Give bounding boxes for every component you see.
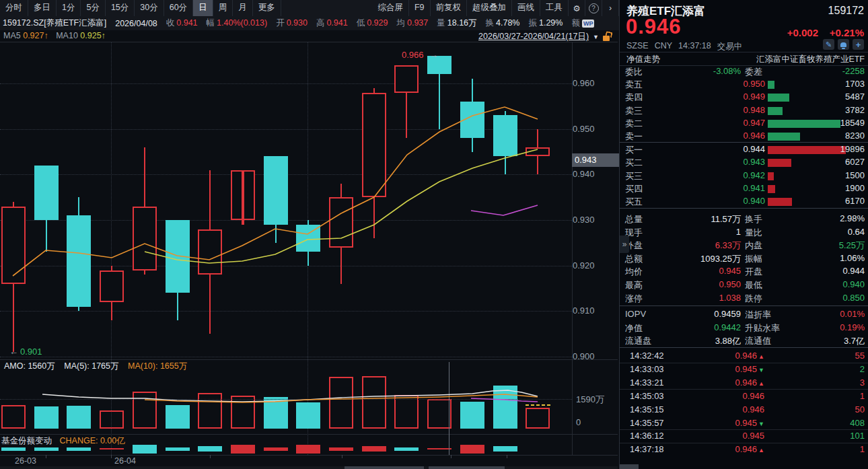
x-axis-tick [46,455,46,458]
tool-工具[interactable]: 工具 [540,0,569,16]
book-price[interactable]: 0.943 [743,157,765,167]
book-price[interactable]: 0.942 [743,170,765,180]
field-均: 均0.937 [396,17,428,29]
stat-label: 溢折率 [745,309,771,321]
book-row-买二: 买二0.9436027 [620,156,868,169]
candle-body[interactable] [296,225,320,252]
volume-bar[interactable] [133,392,157,429]
candle-body[interactable] [198,229,222,275]
tick-row[interactable]: 14:35:150.94650 [620,403,868,417]
tick-row[interactable]: 14:35:570.945▼408 [620,417,868,430]
period-tab-5分[interactable]: 5分 [81,0,105,16]
tick-row[interactable]: 14:33:210.946▲3 [620,376,868,390]
candle-body[interactable] [493,115,517,156]
nav-row: 净值走势 汇添富中证畜牧养殖产业ETF [620,52,868,66]
period-tab-15分[interactable]: 15分 [106,0,135,16]
tool-画线[interactable]: 画线 [512,0,540,16]
candle-body[interactable] [264,156,288,225]
candle-body[interactable] [329,197,353,248]
volume-bar[interactable] [427,399,451,429]
book-price[interactable]: 0.940 [743,196,765,206]
tick-row[interactable]: 14:37:180.946▲1 [620,443,868,456]
period-tab-月[interactable]: 月 [233,0,253,16]
candle-body[interactable] [166,220,190,293]
tick-row[interactable]: 14:36:120.945101 [620,429,868,443]
volume-bar[interactable] [166,405,190,429]
volume-bar[interactable] [362,376,386,429]
scrollbar-track[interactable] [0,466,618,469]
book-price[interactable]: 0.944 [743,144,765,154]
tool-综合屏[interactable]: 综合屏 [372,0,409,16]
period-tab-60分[interactable]: 60分 [164,0,193,16]
volume-bar[interactable] [100,410,124,429]
scrollbar-thumb[interactable] [429,466,505,469]
unlock-icon[interactable] [603,36,610,41]
period-tab-更多[interactable]: 更多 [253,0,281,16]
book-price[interactable]: 0.948 [743,105,765,115]
chevron-down-icon[interactable]: ▼ [593,34,599,40]
volume-bar[interactable] [526,408,550,429]
candle-body[interactable] [526,147,550,156]
alert-button[interactable] [838,39,849,50]
book-depth-bar [768,198,792,206]
stat-value: 0.850 [842,293,865,303]
volume-bar[interactable] [198,393,222,429]
volume-bar[interactable] [1,405,26,429]
panel-collapse-handle[interactable]: » [620,236,629,253]
tick-time: 14:35:15 [630,404,664,414]
volume-axis-zero: 0 [576,417,581,427]
field-amount: 额WP [571,17,594,29]
date-range-text[interactable]: 2026/03/27-2026/04/21(17日) [478,31,589,42]
book-volume: 6170 [845,196,865,206]
tick-row[interactable]: 14:35:030.9461 [620,390,868,403]
y-tick-0.910: 0.910 [573,305,595,316]
candle-body[interactable] [133,207,157,270]
volume-bar[interactable] [264,397,288,429]
tool-前复权[interactable]: 前复权 [431,0,468,16]
book-price[interactable]: 0.947 [743,118,765,128]
volume-bar[interactable] [34,406,59,429]
help-icon[interactable]: ? [585,0,602,16]
volume-bar[interactable] [67,406,91,429]
volume-bar[interactable] [493,386,517,429]
gear-icon[interactable]: ⚙ [569,0,585,16]
book-divider [620,208,868,209]
scrollbar-thumb[interactable] [345,466,424,469]
tool-超级叠加[interactable]: 超级叠加 [467,0,512,16]
fund-share-bar [1,447,26,451]
volume-gridline [0,399,572,400]
period-tab-分时[interactable]: 分时 [0,0,28,16]
book-price[interactable]: 0.946 [743,131,765,141]
volume-bar[interactable] [329,377,353,429]
more-tools-icon[interactable]: › [602,0,619,16]
tick-row[interactable]: 14:33:030.945▼2 [620,363,868,376]
stat-value: 0.944 [842,266,865,276]
volume-bar[interactable] [460,402,484,429]
volume-bar[interactable] [231,396,255,429]
candle-body[interactable] [1,207,26,284]
tick-row[interactable]: 14:32:420.946▲55 [620,349,868,363]
candle-body[interactable] [34,166,59,220]
edit-button[interactable]: ✎ [823,39,834,50]
book-price[interactable]: 0.950 [743,79,765,89]
candle-body[interactable] [460,102,484,138]
period-tab-1分[interactable]: 1分 [57,0,81,16]
candle-body[interactable] [67,215,91,307]
volume-bar[interactable] [394,395,419,429]
period-tab-日[interactable]: 日 [193,0,213,16]
book-price[interactable]: 0.941 [743,183,765,193]
book-price[interactable]: 0.949 [743,92,765,102]
add-to-watchlist-button[interactable]: + [853,39,864,50]
volume-bar[interactable] [296,402,320,429]
plus-icon: + [856,40,861,50]
candle-body[interactable] [362,93,386,197]
period-tab-30分[interactable]: 30分 [135,0,164,16]
nav-trend-link[interactable]: 净值走势 [626,54,660,65]
period-tab-多日[interactable]: 多日 [28,0,57,16]
candle-body[interactable] [100,270,124,302]
tool-F9[interactable]: F9 [409,0,431,16]
period-tab-周[interactable]: 周 [213,0,233,16]
panel-footer-tab[interactable] [620,464,639,469]
candle-body[interactable] [394,65,419,93]
gridline-h [0,129,572,130]
